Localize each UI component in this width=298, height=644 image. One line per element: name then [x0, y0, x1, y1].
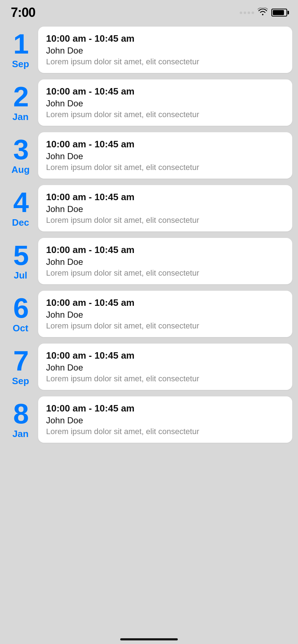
home-indicator: [120, 638, 178, 640]
calendar-list: 1 Sep 10:00 am - 10:45 am John Doe Lorem…: [0, 23, 298, 460]
date-month: Dec: [12, 217, 29, 228]
date-number: 4: [13, 188, 28, 216]
event-name: John Doe: [46, 151, 284, 161]
date-month: Jul: [14, 270, 27, 281]
calendar-item[interactable]: 2 Jan 10:00 am - 10:45 am John Doe Lorem…: [6, 79, 292, 126]
date-label: 3 Aug: [6, 135, 38, 175]
date-month: Oct: [13, 323, 28, 334]
event-desc: Lorem ipsum dolor sit amet, elit consect…: [46, 427, 284, 436]
calendar-item[interactable]: 4 Dec 10:00 am - 10:45 am John Doe Lorem…: [6, 185, 292, 231]
event-time: 10:00 am - 10:45 am: [46, 403, 284, 414]
date-number: 1: [13, 30, 28, 58]
event-name: John Doe: [46, 310, 284, 320]
event-name: John Doe: [46, 46, 284, 56]
event-card[interactable]: 10:00 am - 10:45 am John Doe Lorem ipsum…: [38, 185, 292, 231]
date-label: 2 Jan: [6, 83, 38, 123]
battery-icon: [271, 9, 287, 17]
date-label: 1 Sep: [6, 30, 38, 70]
date-month: Jan: [13, 111, 29, 123]
event-card[interactable]: 10:00 am - 10:45 am John Doe Lorem ipsum…: [38, 291, 292, 337]
event-time: 10:00 am - 10:45 am: [46, 350, 284, 361]
event-name: John Doe: [46, 204, 284, 214]
date-number: 8: [13, 400, 28, 428]
event-name: John Doe: [46, 363, 284, 373]
date-label: 7 Sep: [6, 347, 38, 387]
event-name: John Doe: [46, 257, 284, 267]
calendar-item[interactable]: 3 Aug 10:00 am - 10:45 am John Doe Lorem…: [6, 132, 292, 179]
event-desc: Lorem ipsum dolor sit amet, elit consect…: [46, 163, 284, 172]
date-month: Sep: [12, 59, 29, 70]
event-time: 10:00 am - 10:45 am: [46, 192, 284, 203]
date-number: 3: [13, 135, 28, 164]
calendar-item[interactable]: 8 Jan 10:00 am - 10:45 am John Doe Lorem…: [6, 396, 292, 443]
date-label: 5 Jul: [6, 241, 38, 281]
event-desc: Lorem ipsum dolor sit amet, elit consect…: [46, 374, 284, 383]
date-label: 4 Dec: [6, 188, 38, 228]
event-time: 10:00 am - 10:45 am: [46, 244, 284, 256]
event-time: 10:00 am - 10:45 am: [46, 297, 284, 308]
date-number: 5: [13, 241, 28, 269]
date-number: 7: [13, 347, 28, 375]
status-time: 7:00: [11, 5, 35, 20]
calendar-item[interactable]: 5 Jul 10:00 am - 10:45 am John Doe Lorem…: [6, 238, 292, 284]
event-card[interactable]: 10:00 am - 10:45 am John Doe Lorem ipsum…: [38, 238, 292, 284]
date-label: 8 Jan: [6, 400, 38, 440]
event-name: John Doe: [46, 415, 284, 426]
date-month: Jan: [13, 428, 29, 440]
status-bar: 7:00: [0, 0, 298, 23]
event-desc: Lorem ipsum dolor sit amet, elit consect…: [46, 321, 284, 331]
event-card[interactable]: 10:00 am - 10:45 am John Doe Lorem ipsum…: [38, 396, 292, 443]
event-time: 10:00 am - 10:45 am: [46, 139, 284, 150]
wifi-icon: [258, 8, 268, 18]
date-number: 2: [13, 83, 28, 111]
date-label: 6 Oct: [6, 294, 38, 334]
event-card[interactable]: 10:00 am - 10:45 am John Doe Lorem ipsum…: [38, 132, 292, 179]
calendar-item[interactable]: 7 Sep 10:00 am - 10:45 am John Doe Lorem…: [6, 344, 292, 390]
date-month: Aug: [12, 164, 30, 175]
event-desc: Lorem ipsum dolor sit amet, elit consect…: [46, 268, 284, 278]
date-number: 6: [13, 294, 28, 322]
event-card[interactable]: 10:00 am - 10:45 am John Doe Lorem ipsum…: [38, 27, 292, 73]
signal-icon: [240, 12, 254, 14]
event-desc: Lorem ipsum dolor sit amet, elit consect…: [46, 216, 284, 225]
event-card[interactable]: 10:00 am - 10:45 am John Doe Lorem ipsum…: [38, 344, 292, 390]
calendar-item[interactable]: 6 Oct 10:00 am - 10:45 am John Doe Lorem…: [6, 291, 292, 337]
date-month: Sep: [12, 376, 29, 387]
calendar-item[interactable]: 1 Sep 10:00 am - 10:45 am John Doe Lorem…: [6, 27, 292, 73]
event-desc: Lorem ipsum dolor sit amet, elit consect…: [46, 57, 284, 66]
event-name: John Doe: [46, 98, 284, 109]
event-time: 10:00 am - 10:45 am: [46, 33, 284, 44]
event-card[interactable]: 10:00 am - 10:45 am John Doe Lorem ipsum…: [38, 79, 292, 126]
status-icons: [240, 8, 287, 18]
event-time: 10:00 am - 10:45 am: [46, 86, 284, 97]
event-desc: Lorem ipsum dolor sit amet, elit consect…: [46, 110, 284, 119]
